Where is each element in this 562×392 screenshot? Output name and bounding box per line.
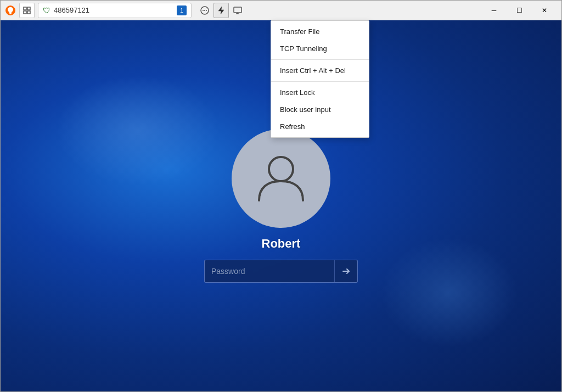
username-label: Robert <box>262 237 301 251</box>
dropdown-menu: Transfer File TCP Tunneling Insert Ctrl … <box>271 20 369 138</box>
menu-divider-2 <box>271 81 369 82</box>
svg-marker-10 <box>218 7 224 14</box>
connection-badge: 1 <box>177 5 187 15</box>
app-icon <box>5 5 16 16</box>
svg-rect-2 <box>24 7 26 10</box>
menu-item-block-user-input[interactable]: Block user input <box>271 101 369 118</box>
shield-icon: 🛡 <box>43 6 50 15</box>
titlebar: 🛡 486597121 1 <box>1 1 561 20</box>
svg-rect-5 <box>27 11 30 14</box>
address-bar: 🛡 486597121 1 <box>38 3 192 18</box>
user-avatar <box>232 129 330 228</box>
menu-item-tcp-tunneling[interactable]: TCP Tunneling <box>271 40 369 57</box>
menu-divider-1 <box>271 59 369 60</box>
lightning-button[interactable] <box>213 3 229 18</box>
password-submit-button[interactable] <box>334 260 357 283</box>
maximize-button[interactable]: ☐ <box>507 1 532 20</box>
svg-point-9 <box>206 10 207 11</box>
svg-rect-3 <box>27 7 30 10</box>
password-input[interactable] <box>205 260 334 282</box>
close-button[interactable]: ✕ <box>532 1 557 20</box>
menu-item-insert-lock[interactable]: Insert Lock <box>271 84 369 101</box>
window-controls: ─ ☐ ✕ <box>481 1 557 20</box>
svg-rect-11 <box>234 7 241 13</box>
svg-rect-4 <box>24 11 26 14</box>
toolbar-buttons <box>197 3 245 18</box>
menu-item-refresh[interactable]: Refresh <box>271 118 369 135</box>
password-container <box>204 260 358 283</box>
svg-point-14 <box>269 157 293 181</box>
svg-rect-1 <box>9 13 12 14</box>
svg-point-8 <box>204 10 205 11</box>
menu-item-insert-cad[interactable]: Insert Ctrl + Alt + Del <box>271 62 369 79</box>
minimize-button[interactable]: ─ <box>481 1 507 20</box>
expand-button[interactable] <box>19 3 35 18</box>
connection-id: 486597121 <box>54 6 173 14</box>
monitor-button[interactable] <box>230 3 245 18</box>
svg-point-7 <box>203 10 204 11</box>
chat-button[interactable] <box>197 3 212 18</box>
menu-item-transfer-file[interactable]: Transfer File <box>271 23 369 40</box>
main-window: 🛡 486597121 1 <box>0 0 562 392</box>
